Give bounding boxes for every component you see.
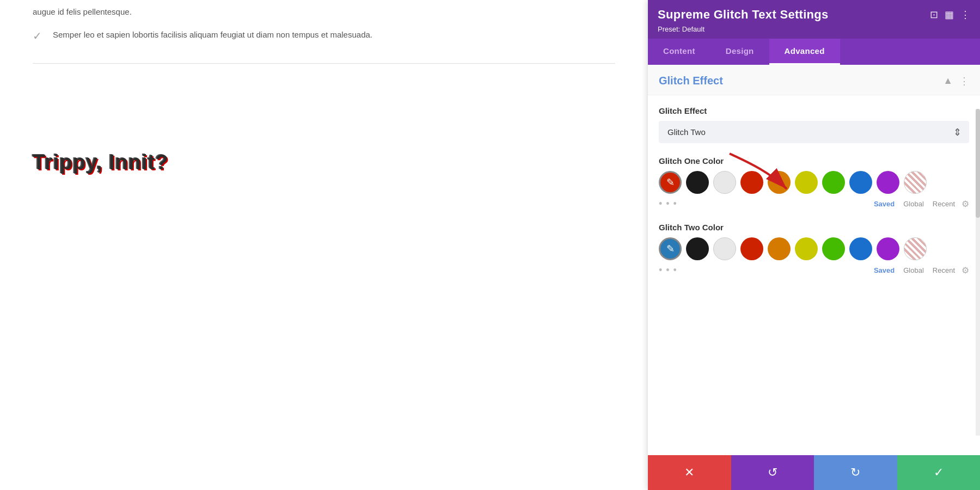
item-text-1: augue id felis pellentesque. (33, 5, 132, 19)
scroll-thumb[interactable] (976, 109, 980, 218)
swatch-orange-one[interactable] (768, 171, 791, 194)
recent-tab-one[interactable]: Recent (933, 200, 955, 208)
redo-icon: ↻ (850, 465, 860, 480)
checkmark-icon-1: ✓ (33, 29, 42, 42)
swatch-blue-two[interactable] (849, 237, 872, 260)
swatch-yellow-one[interactable] (795, 171, 818, 194)
redo-button[interactable]: ↻ (814, 455, 897, 490)
glitch-two-color-section: Glitch Two Color ✎ • • • (659, 223, 969, 276)
swatch-red-one[interactable] (740, 171, 763, 194)
section-header-icons: ▲ ⋮ (943, 75, 969, 87)
list-item-1: augue id felis pellentesque. (33, 5, 615, 19)
more-icon[interactable]: ⋮ (960, 9, 970, 21)
recent-tab-two[interactable]: Recent (933, 266, 955, 274)
swatch-black-two[interactable] (686, 237, 709, 260)
columns-icon[interactable]: ▦ (945, 9, 954, 21)
section-title: Glitch Effect (659, 75, 723, 87)
save-icon: ✓ (934, 465, 944, 480)
item-text-2: Semper leo et sapien lobortis facilisis … (53, 28, 372, 41)
preset-value[interactable]: Default (682, 25, 705, 33)
glitch-two-color-footer: • • • Saved Global Recent ⚙ (659, 265, 969, 276)
glitch-two-eyedropper-swatch[interactable]: ✎ (659, 237, 682, 260)
scroll-track (976, 109, 980, 436)
saved-tab-one[interactable]: Saved (874, 200, 895, 208)
panel-header: Supreme Glitch Text Settings ⊡ ▦ ⋮ Prese… (648, 0, 980, 39)
glitch-effect-select[interactable]: Glitch Two Glitch One None (659, 121, 969, 143)
more-colors-dots-one[interactable]: • • • (659, 198, 677, 210)
left-content-area: augue id felis pellentesque. ✓ Semper le… (0, 0, 648, 490)
swatch-white-one[interactable] (713, 171, 736, 194)
glitch-one-color-swatches: ✎ (659, 171, 969, 194)
swatch-orange-two[interactable] (768, 237, 791, 260)
more-colors-dots-two[interactable]: • • • (659, 265, 677, 276)
glitch-one-color-footer: • • • Saved Global Recent ⚙ (659, 198, 969, 210)
panel-body: Glitch Effect ▲ ⋮ Glitch Effect Glitch T… (648, 65, 980, 490)
tab-design[interactable]: Design (710, 39, 769, 65)
preset-label: Preset: (658, 25, 680, 33)
panel-title-row: Supreme Glitch Text Settings ⊡ ▦ ⋮ (658, 8, 970, 22)
undo-button[interactable]: ↺ (731, 455, 814, 490)
settings-panel: Supreme Glitch Text Settings ⊡ ▦ ⋮ Prese… (648, 0, 980, 490)
cancel-icon: ✕ (684, 465, 694, 480)
swatch-white-two[interactable] (713, 237, 736, 260)
divider (33, 63, 615, 64)
section-content: Glitch Effect Glitch Two Glitch One None… (648, 95, 980, 300)
color-gear-icon-one[interactable]: ⚙ (961, 199, 969, 209)
swatch-red-two[interactable] (740, 237, 763, 260)
glitch-effect-label: Glitch Effect (659, 106, 969, 115)
section-more-icon[interactable]: ⋮ (959, 75, 969, 87)
focus-icon[interactable]: ⊡ (930, 9, 938, 21)
swatch-black-one[interactable] (686, 171, 709, 194)
glitch-one-color-section: Glitch One Color ✎ • • • (659, 156, 969, 210)
tab-advanced[interactable]: Advanced (769, 39, 840, 65)
swatch-none-one[interactable] (904, 171, 927, 194)
section-header: Glitch Effect ▲ ⋮ (648, 65, 980, 95)
glitch-two-color-swatches: ✎ (659, 237, 969, 260)
glitch-effect-dropdown-wrapper: Glitch Two Glitch One None ⇕ (659, 121, 969, 143)
global-tab-one[interactable]: Global (903, 200, 924, 208)
tab-content[interactable]: Content (648, 39, 710, 65)
bottom-bar: ✕ ↺ ↻ ✓ (648, 455, 980, 490)
global-tab-two[interactable]: Global (903, 266, 924, 274)
collapse-icon[interactable]: ▲ (943, 75, 953, 87)
swatch-purple-one[interactable] (877, 171, 899, 194)
panel-title-icons: ⊡ ▦ ⋮ (930, 9, 970, 21)
trippy-heading: Trippy, Innit? (33, 151, 615, 174)
save-button[interactable]: ✓ (897, 455, 981, 490)
swatch-green-two[interactable] (822, 237, 845, 260)
glitch-one-color-label: Glitch One Color (659, 156, 969, 166)
swatch-green-one[interactable] (822, 171, 845, 194)
panel-title: Supreme Glitch Text Settings (658, 8, 829, 22)
list-item-2: ✓ Semper leo et sapien lobortis facilisi… (33, 28, 615, 42)
panel-preset: Preset: Default (658, 25, 970, 33)
saved-tab-two[interactable]: Saved (874, 266, 895, 274)
swatch-none-two[interactable] (904, 237, 927, 260)
swatch-yellow-two[interactable] (795, 237, 818, 260)
glitch-one-eyedropper-swatch[interactable]: ✎ (659, 171, 682, 194)
panel-tabs: Content Design Advanced (648, 39, 980, 65)
cancel-button[interactable]: ✕ (648, 455, 731, 490)
swatch-blue-one[interactable] (849, 171, 872, 194)
undo-icon: ↺ (768, 465, 777, 480)
swatch-purple-two[interactable] (877, 237, 899, 260)
eyedropper-icon-one: ✎ (666, 176, 675, 188)
eyedropper-icon-two: ✎ (666, 243, 675, 255)
glitch-two-color-label: Glitch Two Color (659, 223, 969, 232)
color-gear-icon-two[interactable]: ⚙ (961, 265, 969, 275)
